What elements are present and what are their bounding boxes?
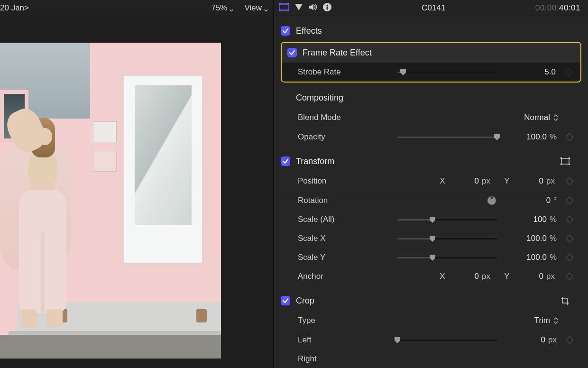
svg-rect-14 (561, 158, 569, 164)
strobe-rate-label: Strobe Rate (298, 67, 393, 77)
crop-left-row: Left 0px (281, 330, 581, 349)
crop-type-row: Type Trim (281, 311, 581, 330)
timecode-value: 40:01 (559, 3, 580, 12)
opacity-keyframe-icon[interactable] (563, 134, 576, 140)
transform-checkbox[interactable] (281, 156, 290, 166)
strobe-rate-value[interactable]: 5.0 (501, 67, 558, 77)
anchor-y-field[interactable]: Y0px (503, 272, 559, 281)
frame-rate-effect-title: Frame Rate Effect (303, 48, 372, 58)
svg-point-21 (491, 196, 493, 198)
view-label: View (244, 3, 262, 13)
updown-icon (553, 317, 559, 324)
blend-mode-value: Normal (524, 113, 550, 122)
scale-x-label: Scale X (298, 234, 393, 243)
crop-left-value[interactable]: 0px (502, 335, 559, 345)
frame-rate-effect-checkbox[interactable] (287, 48, 297, 57)
position-x-field[interactable]: X0px (438, 176, 494, 186)
video-tab-icon[interactable] (294, 3, 303, 13)
svg-point-20 (487, 196, 496, 205)
effects-title: Effects (296, 26, 322, 36)
strobe-rate-keyframe-icon[interactable] (562, 69, 575, 75)
position-row: Position X0px Y0px (281, 172, 581, 191)
frame-rate-effect-block: Frame Rate Effect Strobe Rate 5.0 (281, 42, 581, 83)
chevron-down-icon (229, 6, 234, 10)
position-keyframe-icon[interactable] (563, 178, 576, 184)
crop-left-keyframe-icon[interactable] (563, 337, 576, 343)
rotation-row: Rotation 0° (281, 191, 581, 210)
scale-y-slider[interactable] (397, 253, 497, 262)
timecode-prefix: 00:00: (535, 3, 559, 12)
svg-rect-15 (560, 157, 562, 159)
position-y-field[interactable]: Y0px (503, 176, 559, 186)
view-dropdown[interactable]: View (244, 3, 268, 13)
position-label: Position (298, 176, 393, 186)
blend-mode-label: Blend Mode (298, 113, 393, 122)
scale-y-keyframe-icon[interactable] (563, 255, 576, 260)
rotation-keyframe-icon[interactable] (563, 198, 576, 203)
scale-y-value[interactable]: 100.0% (502, 253, 559, 262)
inspector-pane: C0141 00:00:40:01 Effects Frame (273, 0, 588, 368)
crop-left-slider[interactable] (397, 336, 497, 344)
crop-type-label: Type (298, 316, 393, 325)
svg-rect-2 (279, 9, 289, 11)
anchor-row: Anchor X0px Y0px (281, 267, 581, 285)
scale-y-row: Scale Y 100.0% (281, 248, 581, 267)
scale-all-keyframe-icon[interactable] (563, 217, 576, 222)
svg-point-12 (326, 4, 328, 6)
info-tab-icon[interactable] (322, 2, 332, 13)
crop-type-select[interactable]: Trim (534, 316, 559, 325)
opacity-slider[interactable] (397, 133, 497, 141)
scale-y-label: Scale Y (298, 253, 393, 262)
scale-x-row: Scale X 100.0% (281, 229, 581, 248)
viewer-top-bar: 20 Jan> 75% View (0, 0, 273, 16)
transform-title: Transform (296, 156, 334, 166)
filmstrip-icon[interactable] (279, 3, 289, 13)
inspector-top-bar: C0141 00:00:40:01 (274, 0, 588, 16)
scale-all-slider[interactable] (397, 215, 497, 224)
scale-x-slider[interactable] (397, 234, 497, 243)
blend-mode-row: Blend Mode Normal (281, 108, 581, 127)
anchor-keyframe-icon[interactable] (563, 274, 576, 279)
svg-rect-0 (279, 3, 289, 11)
strobe-rate-row: Strobe Rate 5.0 (282, 63, 580, 82)
section-crop: Crop Type Trim (281, 290, 581, 368)
viewer-pane: 20 Jan> 75% View (0, 0, 273, 368)
scale-all-label: Scale (All) (298, 215, 393, 224)
inspector-panel: Effects Frame Rate Effect Strobe Rate (274, 16, 588, 368)
opacity-label: Opacity (298, 132, 393, 142)
svg-rect-18 (569, 164, 570, 165)
strobe-rate-slider[interactable] (397, 68, 496, 76)
scale-all-value[interactable]: 100% (502, 215, 559, 224)
crop-checkbox[interactable] (281, 296, 290, 305)
compositing-title: Compositing (296, 93, 343, 103)
blend-mode-select[interactable]: Normal (524, 113, 559, 122)
svg-rect-17 (560, 164, 562, 165)
crop-onscreen-controls-icon[interactable] (559, 295, 572, 306)
frame-rate-effect-header[interactable]: Frame Rate Effect (282, 43, 580, 63)
crop-right-row: Right (281, 349, 581, 368)
crop-left-label: Left (298, 335, 393, 345)
rotation-value[interactable]: 0° (502, 196, 559, 205)
transform-onscreen-controls-icon[interactable] (559, 156, 572, 166)
breadcrumb[interactable]: 20 Jan> (0, 3, 29, 13)
crop-right-label: Right (298, 354, 393, 364)
preview-frame (0, 43, 221, 359)
chevron-down-icon (264, 6, 268, 10)
zoom-value: 75% (211, 3, 227, 13)
section-compositing: Compositing Blend Mode Normal (281, 87, 581, 146)
rotation-label: Rotation (298, 196, 393, 205)
viewer-canvas[interactable] (0, 16, 273, 368)
opacity-row: Opacity 100.0% (281, 127, 581, 146)
rotation-dial-icon[interactable] (487, 195, 497, 206)
svg-rect-13 (327, 7, 328, 10)
scale-all-row: Scale (All) 100% (281, 210, 581, 229)
svg-rect-1 (279, 3, 289, 5)
zoom-dropdown[interactable]: 75% (211, 3, 234, 13)
anchor-x-field[interactable]: X0px (438, 272, 494, 281)
scale-x-value[interactable]: 100.0% (502, 234, 559, 243)
scale-x-keyframe-icon[interactable] (563, 236, 576, 241)
svg-point-19 (487, 196, 496, 205)
audio-tab-icon[interactable] (308, 3, 318, 13)
opacity-value[interactable]: 100.0% (502, 132, 559, 142)
effects-checkbox[interactable] (281, 26, 290, 36)
